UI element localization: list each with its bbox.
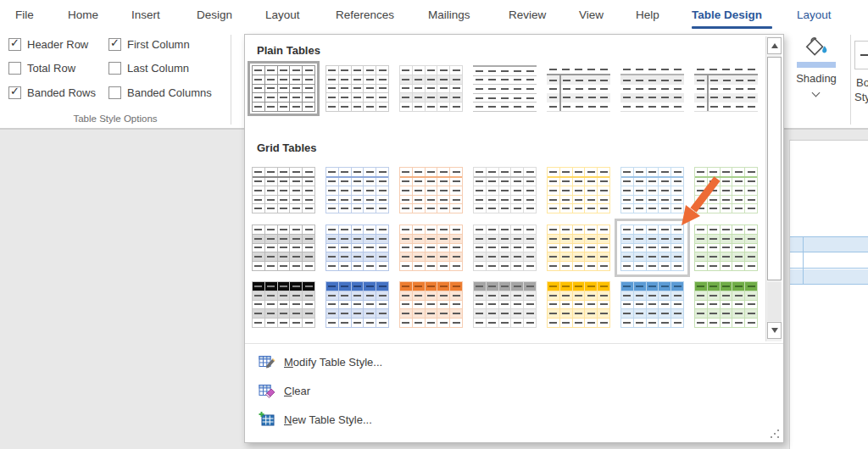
document-page bbox=[789, 140, 868, 449]
scroll-up-button[interactable] bbox=[767, 37, 782, 54]
triangle-up-icon bbox=[771, 43, 778, 48]
menu-item-label: New Table Style... bbox=[284, 413, 372, 426]
group-divider bbox=[231, 35, 231, 125]
checkbox-banded-columns[interactable]: ✓ Banded Columns bbox=[108, 86, 212, 100]
new-table-style-icon bbox=[259, 411, 275, 428]
checkbox-total-row[interactable]: ✓ Total Row bbox=[8, 61, 75, 75]
table-style-thumbnail[interactable] bbox=[399, 167, 463, 213]
menu-item-label: Modify Table Style... bbox=[284, 356, 382, 369]
tab-help[interactable]: Help bbox=[636, 0, 659, 30]
tab-home[interactable]: Home bbox=[68, 0, 98, 30]
checkbox-label: Total Row bbox=[27, 62, 75, 75]
table-style-thumbnail[interactable] bbox=[252, 224, 315, 271]
table-style-thumbnail[interactable] bbox=[399, 65, 463, 112]
menu-item-label: Clear bbox=[284, 385, 310, 397]
table-style-thumbnail[interactable] bbox=[620, 281, 684, 328]
table-style-thumbnail[interactable] bbox=[473, 281, 537, 328]
check-icon: ✓ bbox=[110, 36, 120, 49]
tab-file[interactable]: File bbox=[15, 0, 34, 30]
menu-item-modify-table-style[interactable]: Modify Table Style... bbox=[247, 349, 755, 374]
table-style-thumbnail[interactable] bbox=[326, 224, 389, 271]
shading-color-swatch bbox=[797, 62, 836, 68]
checkbox-last-column[interactable]: ✓ Last Column bbox=[108, 61, 189, 75]
group-label-table-style-options: Table Style Options bbox=[0, 114, 231, 124]
section-title-plain-tables: Plain Tables bbox=[257, 44, 320, 57]
table-style-thumbnail-selected[interactable] bbox=[252, 65, 315, 112]
tab-design[interactable]: Design bbox=[197, 0, 232, 30]
shading-label: Shading bbox=[782, 72, 850, 85]
table-style-thumbnail[interactable] bbox=[326, 65, 389, 112]
shading-button[interactable]: Shading bbox=[782, 34, 850, 127]
tab-references[interactable]: References bbox=[336, 0, 394, 30]
table-style-thumbnail[interactable] bbox=[694, 65, 758, 112]
checkbox-box[interactable]: ✓ bbox=[8, 86, 21, 99]
border-style-preview bbox=[854, 41, 868, 69]
table-style-thumbnail[interactable] bbox=[620, 65, 684, 112]
table-style-thumbnail[interactable] bbox=[547, 167, 610, 213]
grid-tables-row-2 bbox=[252, 224, 758, 271]
table-style-thumbnail-highlighted[interactable] bbox=[620, 224, 684, 271]
chevron-down-icon bbox=[812, 89, 821, 97]
border-line-icon bbox=[860, 54, 868, 56]
tab-insert[interactable]: Insert bbox=[131, 0, 160, 30]
border-styles-button[interactable]: Bo Sty bbox=[854, 34, 868, 127]
table-style-thumbnail[interactable] bbox=[473, 65, 537, 112]
checkbox-box[interactable]: ✓ bbox=[108, 86, 121, 99]
checkbox-label: Banded Columns bbox=[127, 86, 212, 99]
table-style-thumbnail[interactable] bbox=[694, 224, 758, 271]
gallery-scrollbar[interactable] bbox=[765, 36, 782, 341]
scrollbar-track[interactable] bbox=[767, 282, 782, 321]
tab-review[interactable]: Review bbox=[509, 0, 546, 30]
border-styles-label-line1: Bo bbox=[856, 76, 868, 89]
table-style-thumbnail[interactable] bbox=[399, 281, 463, 328]
scroll-down-button[interactable] bbox=[767, 322, 782, 339]
plain-tables-row bbox=[252, 65, 758, 112]
table-style-thumbnail[interactable] bbox=[547, 65, 610, 112]
table-style-thumbnail[interactable] bbox=[694, 281, 758, 328]
checkbox-header-row[interactable]: ✓ Header Row bbox=[8, 37, 88, 52]
grid-tables-row-1 bbox=[252, 167, 758, 213]
menu-item-new-table-style[interactable]: New Table Style... bbox=[247, 407, 755, 432]
tab-view[interactable]: View bbox=[579, 0, 604, 30]
tab-mailings[interactable]: Mailings bbox=[428, 0, 470, 30]
doc-table-column-border bbox=[803, 236, 804, 285]
checkbox-box[interactable]: ✓ bbox=[8, 62, 21, 75]
checkbox-box[interactable]: ✓ bbox=[108, 62, 121, 75]
checkbox-label: Banded Rows bbox=[27, 86, 96, 99]
word-window: File Home Insert Design Layout Reference… bbox=[0, 0, 868, 449]
table-style-thumbnail[interactable] bbox=[620, 167, 684, 213]
tab-table-design[interactable]: Table Design bbox=[692, 0, 762, 30]
scrollbar-thumb[interactable] bbox=[767, 57, 782, 280]
table-style-thumbnail[interactable] bbox=[547, 224, 610, 271]
table-style-thumbnail[interactable] bbox=[694, 167, 758, 213]
doc-table-row bbox=[790, 253, 868, 269]
resize-grip[interactable] bbox=[771, 430, 781, 440]
table-styles-gallery-dropdown: Plain Tables Grid Tables Modify Table St… bbox=[244, 34, 784, 443]
grid-tables-row-3 bbox=[252, 281, 758, 328]
checkbox-label: Last Column bbox=[127, 62, 189, 75]
table-style-thumbnail[interactable] bbox=[326, 167, 389, 213]
checkbox-box[interactable]: ✓ bbox=[8, 38, 21, 51]
table-style-thumbnail[interactable] bbox=[473, 224, 537, 271]
doc-table-row-banded bbox=[790, 236, 868, 252]
triangle-down-icon bbox=[771, 328, 778, 333]
check-icon: ✓ bbox=[10, 36, 19, 49]
table-style-thumbnail[interactable] bbox=[473, 167, 537, 213]
checkbox-label: First Column bbox=[127, 38, 190, 51]
table-style-thumbnail[interactable] bbox=[399, 224, 463, 271]
active-tab-underline bbox=[692, 26, 772, 29]
ribbon-tab-bar: File Home Insert Design Layout Reference… bbox=[0, 0, 868, 30]
tab-table-layout[interactable]: Layout bbox=[797, 0, 832, 30]
border-styles-label-line2: Sty bbox=[854, 91, 868, 103]
checkbox-box[interactable]: ✓ bbox=[108, 38, 121, 51]
checkbox-first-column[interactable]: ✓ First Column bbox=[108, 37, 190, 52]
table-style-thumbnail[interactable] bbox=[252, 281, 315, 328]
tab-layout[interactable]: Layout bbox=[265, 0, 300, 30]
menu-item-clear[interactable]: Clear bbox=[247, 378, 755, 403]
table-style-thumbnail[interactable] bbox=[547, 281, 610, 328]
modify-table-style-icon bbox=[259, 353, 275, 370]
table-style-thumbnail[interactable] bbox=[326, 281, 389, 328]
checkbox-banded-rows[interactable]: ✓ Banded Rows bbox=[8, 86, 96, 100]
section-title-grid-tables: Grid Tables bbox=[257, 141, 317, 154]
table-style-thumbnail[interactable] bbox=[252, 167, 315, 213]
